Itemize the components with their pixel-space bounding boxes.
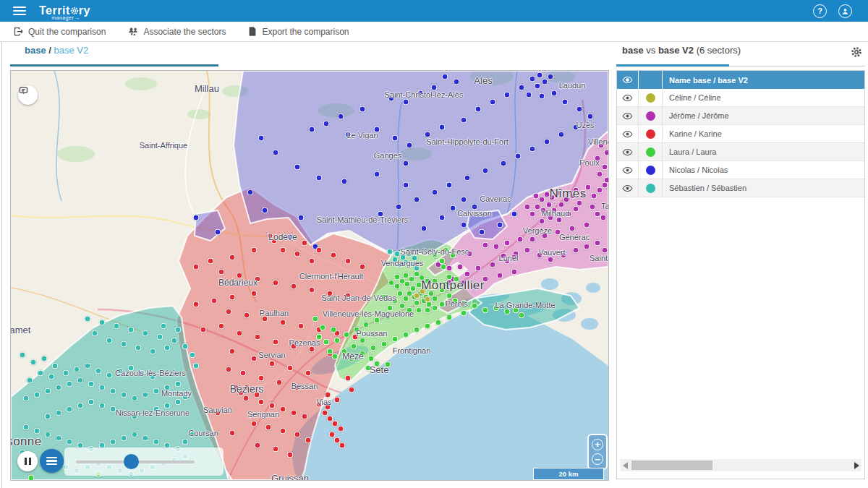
customer-dot[interactable] — [425, 296, 431, 303]
customer-dot[interactable] — [332, 354, 339, 360]
customer-dot[interactable] — [258, 399, 265, 406]
customer-dot[interactable] — [551, 90, 558, 97]
eye-visibility-icon[interactable] — [622, 147, 633, 158]
customer-dot[interactable] — [251, 291, 258, 297]
customer-dot[interactable] — [602, 247, 608, 254]
customer-dot[interactable] — [193, 301, 200, 308]
customer-dot[interactable] — [546, 202, 553, 208]
customer-dot[interactable] — [475, 106, 482, 113]
customer-dot[interactable] — [208, 258, 214, 265]
zoom-in-icon[interactable]: + — [592, 439, 603, 450]
customer-dot[interactable] — [110, 439, 116, 445]
customer-dot[interactable] — [121, 435, 127, 442]
customer-dot[interactable] — [584, 244, 590, 250]
customer-dot[interactable] — [161, 323, 167, 330]
map-annotation-button[interactable] — [18, 85, 38, 105]
customer-dot[interactable] — [229, 254, 236, 261]
customer-dot[interactable] — [302, 240, 308, 247]
customer-dot[interactable] — [251, 356, 258, 362]
customer-dot[interactable] — [142, 435, 149, 442]
customer-dot[interactable] — [539, 197, 545, 203]
pause-button[interactable] — [17, 451, 38, 471]
customer-dot[interactable] — [542, 79, 548, 85]
customer-dot[interactable] — [287, 365, 294, 372]
customer-dot[interactable] — [294, 164, 301, 171]
customer-dot[interactable] — [182, 343, 189, 350]
scrollbar-thumb[interactable] — [631, 461, 712, 470]
customer-dot[interactable] — [48, 374, 55, 380]
customer-dot[interactable] — [446, 293, 453, 299]
customer-dot[interactable] — [587, 114, 594, 120]
customer-dot[interactable] — [464, 175, 471, 181]
customer-dot[interactable] — [590, 204, 596, 210]
customer-dot[interactable] — [504, 92, 511, 98]
customer-dot[interactable] — [425, 307, 431, 314]
customer-dot[interactable] — [524, 204, 531, 210]
customer-dot[interactable] — [414, 293, 420, 299]
customer-dot[interactable] — [394, 274, 401, 281]
customer-dot[interactable] — [569, 226, 576, 232]
customer-dot[interactable] — [399, 278, 406, 285]
customer-dot[interactable] — [229, 294, 236, 301]
customer-dot[interactable] — [529, 146, 536, 153]
customer-dot[interactable] — [128, 327, 135, 333]
customer-dot[interactable] — [153, 388, 160, 395]
help-icon[interactable]: ? — [813, 4, 827, 18]
customer-dot[interactable] — [392, 135, 399, 142]
customer-dot[interactable] — [132, 395, 138, 402]
customer-dot[interactable] — [573, 206, 579, 213]
customer-dot[interactable] — [193, 363, 200, 369]
customer-dot[interactable] — [497, 222, 503, 228]
customer-dot[interactable] — [544, 139, 550, 145]
customer-dot[interactable] — [309, 258, 315, 265]
customer-dot[interactable] — [414, 300, 420, 307]
customer-dot[interactable] — [251, 421, 258, 427]
customer-dot[interactable] — [548, 74, 554, 80]
customer-dot[interactable] — [226, 309, 232, 315]
table-row[interactable]: Céline / Céline — [617, 89, 864, 107]
eye-visibility-icon[interactable] — [622, 111, 633, 121]
customer-dot[interactable] — [439, 124, 446, 131]
customer-dot[interactable] — [482, 168, 489, 174]
customer-dot[interactable] — [446, 314, 453, 321]
eye-visibility-icon[interactable] — [622, 165, 633, 176]
customer-dot[interactable] — [276, 380, 283, 386]
customer-dot[interactable] — [291, 410, 297, 416]
customer-dot[interactable] — [153, 439, 160, 445]
customer-dot[interactable] — [604, 177, 610, 184]
customer-dot[interactable] — [526, 92, 532, 98]
customer-dot[interactable] — [359, 338, 366, 344]
customer-dot[interactable] — [539, 93, 545, 100]
customer-dot[interactable] — [244, 312, 250, 319]
customer-dot[interactable] — [150, 348, 156, 355]
customer-dot[interactable] — [403, 99, 409, 106]
customer-dot[interactable] — [45, 388, 51, 395]
customer-dot[interactable] — [403, 182, 409, 189]
customer-dot[interactable] — [331, 252, 337, 259]
customer-dot[interactable] — [341, 179, 348, 185]
customer-dot[interactable] — [332, 421, 339, 427]
customer-dot[interactable] — [535, 83, 541, 90]
customer-dot[interactable] — [23, 395, 30, 402]
customer-dot[interactable] — [23, 424, 30, 431]
customer-dot[interactable] — [88, 381, 95, 388]
customer-dot[interactable] — [597, 187, 603, 194]
customer-dot[interactable] — [535, 204, 541, 210]
customer-dot[interactable] — [323, 121, 330, 127]
customer-dot[interactable] — [27, 377, 33, 384]
customer-dot[interactable] — [99, 403, 106, 409]
customer-dot[interactable] — [392, 336, 399, 343]
customer-dot[interactable] — [345, 258, 352, 265]
customer-dot[interactable] — [334, 338, 341, 344]
eye-visibility-icon[interactable] — [622, 93, 633, 103]
customer-dot[interactable] — [548, 257, 554, 263]
customer-dot[interactable] — [370, 345, 377, 351]
customer-dot[interactable] — [338, 114, 344, 120]
customer-dot[interactable] — [280, 406, 286, 413]
customer-dot[interactable] — [258, 135, 265, 142]
customer-dot[interactable] — [280, 320, 286, 326]
customer-dot[interactable] — [52, 363, 59, 369]
customer-dot[interactable] — [298, 215, 305, 221]
customer-dot[interactable] — [349, 387, 355, 393]
customer-dot[interactable] — [374, 171, 380, 178]
